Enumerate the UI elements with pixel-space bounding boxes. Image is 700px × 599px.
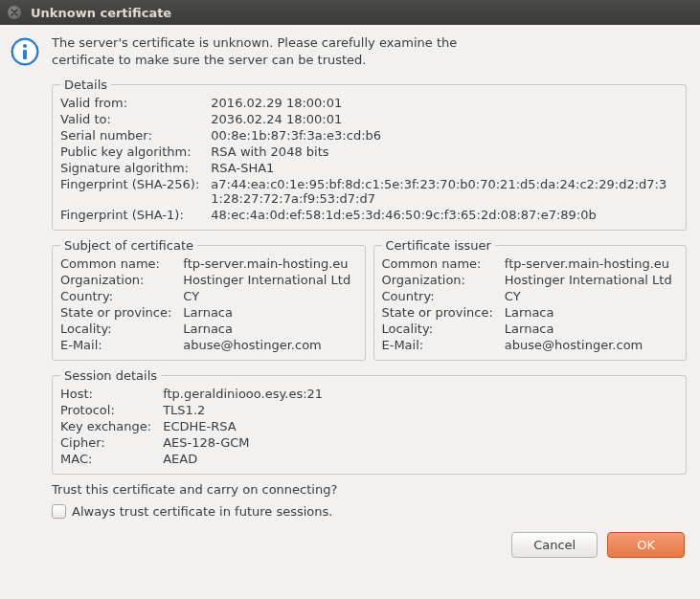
close-icon[interactable] xyxy=(8,6,21,19)
issuer-state-label: State or province: xyxy=(382,305,493,320)
sigalg-value: RSA-SHA1 xyxy=(211,161,678,175)
serial-label: Serial number: xyxy=(60,128,199,143)
issuer-email-label: E-Mail: xyxy=(382,338,493,352)
issuer-locality-value: Larnaca xyxy=(505,322,678,336)
ok-button[interactable]: OK xyxy=(607,532,685,558)
subject-email-value: abuse@hostinger.com xyxy=(183,338,356,352)
cipher-label: Cipher: xyxy=(60,435,151,450)
host-value: ftp.geraldiniooo.esy.es:21 xyxy=(163,387,678,401)
issuer-group: Certificate issuer Common name: ftp-serv… xyxy=(373,238,688,361)
subject-cn-value: ftp-server.main-hosting.eu xyxy=(183,256,356,271)
subject-locality-value: Larnaca xyxy=(183,322,356,336)
issuer-org-label: Organization: xyxy=(382,273,493,287)
kx-value: ECDHE-RSA xyxy=(163,419,678,433)
mac-label: MAC: xyxy=(60,452,151,466)
svg-point-2 xyxy=(23,44,27,48)
valid-to-label: Valid to: xyxy=(60,112,199,126)
subject-locality-label: Locality: xyxy=(60,322,171,336)
serial-value: 00:8e:1b:87:3f:3a:e3:cd:b6 xyxy=(211,128,678,143)
subject-country-label: Country: xyxy=(60,289,171,303)
fp256-value: a7:44:ea:c0:1e:95:bf:8d:c1:5e:3f:23:70:b… xyxy=(211,177,678,206)
subject-legend: Subject of certificate xyxy=(60,238,197,253)
mac-value: AEAD xyxy=(163,452,678,466)
issuer-state-value: Larnaca xyxy=(505,305,678,320)
subject-country-value: CY xyxy=(183,289,356,303)
cancel-button[interactable]: Cancel xyxy=(511,532,598,558)
issuer-cn-value: ftp-server.main-hosting.eu xyxy=(505,256,678,271)
subject-email-label: E-Mail: xyxy=(60,338,171,352)
always-trust-checkbox[interactable] xyxy=(52,504,66,519)
always-trust-label: Always trust certificate in future sessi… xyxy=(72,504,332,519)
issuer-locality-label: Locality: xyxy=(382,322,493,336)
host-label: Host: xyxy=(60,387,151,401)
valid-from-label: Valid from: xyxy=(60,96,199,110)
subject-cn-label: Common name: xyxy=(60,256,171,271)
svg-rect-3 xyxy=(23,50,27,59)
sigalg-label: Signature algorithm: xyxy=(60,161,199,175)
subject-org-value: Hostinger International Ltd xyxy=(183,273,356,287)
protocol-value: TLS1.2 xyxy=(163,403,678,417)
details-group: Details Valid from: 2016.02.29 18:00:01 … xyxy=(52,78,687,231)
fp1-label: Fingerprint (SHA-1): xyxy=(60,208,199,222)
pubkey-value: RSA with 2048 bits xyxy=(211,144,678,159)
valid-from-value: 2016.02.29 18:00:01 xyxy=(211,96,678,110)
cipher-value: AES-128-GCM xyxy=(163,435,678,450)
window-titlebar: Unknown certificate xyxy=(0,0,700,25)
subject-group: Subject of certificate Common name: ftp-… xyxy=(52,238,366,361)
subject-org-label: Organization: xyxy=(60,273,171,287)
subject-state-label: State or province: xyxy=(60,305,171,320)
valid-to-value: 2036.02.24 18:00:01 xyxy=(211,112,678,126)
info-icon xyxy=(10,36,40,67)
dialog-message: The server's certificate is unknown. Ple… xyxy=(52,34,463,68)
window-title: Unknown certificate xyxy=(31,6,171,20)
protocol-label: Protocol: xyxy=(60,403,151,417)
pubkey-label: Public key algorithm: xyxy=(60,144,199,159)
fp256-label: Fingerprint (SHA-256): xyxy=(60,177,199,191)
session-legend: Session details xyxy=(60,368,161,383)
issuer-org-value: Hostinger International Ltd xyxy=(505,273,678,287)
details-legend: Details xyxy=(60,78,111,92)
issuer-email-value: abuse@hostinger.com xyxy=(505,338,678,352)
issuer-country-label: Country: xyxy=(382,289,493,303)
subject-state-value: Larnaca xyxy=(183,305,356,320)
trust-prompt: Trust this certificate and carry on conn… xyxy=(52,482,687,497)
issuer-cn-label: Common name: xyxy=(382,256,493,271)
issuer-country-value: CY xyxy=(505,289,678,303)
fp1-value: 48:ec:4a:0d:ef:58:1d:e5:3d:46:50:9c:f3:6… xyxy=(211,208,678,222)
issuer-legend: Certificate issuer xyxy=(382,238,495,253)
session-group: Session details Host: ftp.geraldiniooo.e… xyxy=(52,368,687,475)
kx-label: Key exchange: xyxy=(60,419,151,433)
